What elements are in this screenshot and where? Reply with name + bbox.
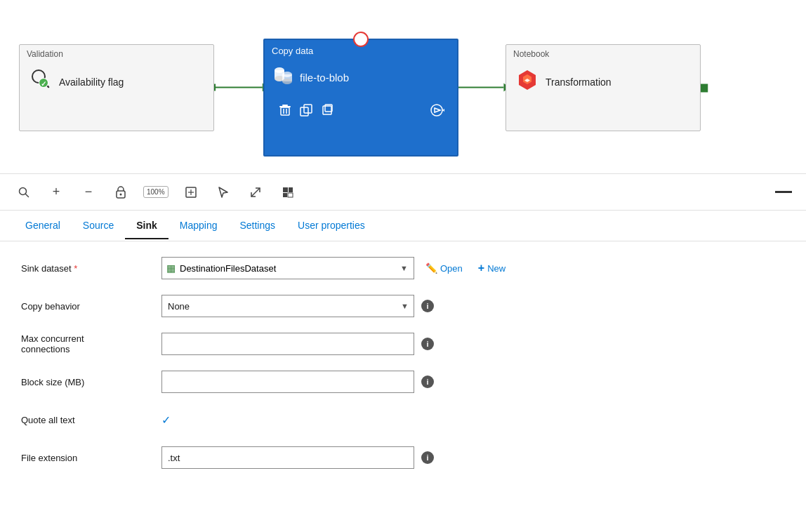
dataset-icon: ▦ bbox=[162, 262, 180, 274]
quote-all-text-row: Quote all text ✓ bbox=[21, 407, 785, 432]
file-extension-input[interactable] bbox=[161, 446, 414, 469]
validation-node-label: Availability flag bbox=[59, 77, 124, 88]
sink-dataset-row: Sink dataset ▦ DestinationFilesDataset ▼… bbox=[21, 255, 785, 281]
svg-rect-44 bbox=[283, 187, 288, 192]
tab-general[interactable]: General bbox=[14, 213, 72, 239]
open-dataset-link[interactable]: ✏️ Open bbox=[421, 260, 467, 277]
notebook-node[interactable]: Notebook Transformation bbox=[506, 44, 701, 131]
tab-user-properties[interactable]: User properties bbox=[286, 213, 376, 239]
svg-point-16 bbox=[282, 79, 292, 84]
quote-all-text-check[interactable]: ✓ bbox=[161, 413, 171, 427]
block-size-label: Block size (MB) bbox=[21, 377, 161, 387]
error-indicator bbox=[353, 32, 369, 47]
quote-all-text-controls: ✓ bbox=[161, 413, 785, 427]
tab-bar: General Source Sink Mapping Settings Use… bbox=[0, 211, 806, 241]
plus-icon: + bbox=[478, 262, 484, 274]
max-concurrent-info: i bbox=[421, 338, 434, 350]
copy-data-icon bbox=[273, 65, 294, 90]
block-size-input[interactable] bbox=[161, 371, 414, 393]
tab-mapping[interactable]: Mapping bbox=[169, 213, 229, 239]
notebook-node-label: Transformation bbox=[546, 77, 612, 88]
max-concurrent-label: Max concurrentconnections bbox=[21, 333, 161, 354]
copy-data-node[interactable]: Copy data file-to-blob bbox=[263, 39, 458, 157]
copy-behavior-info: i bbox=[421, 300, 434, 312]
clone-button[interactable] bbox=[296, 100, 317, 121]
max-concurrent-controls: i bbox=[161, 333, 785, 355]
copy-behavior-controls: None MergeFiles PreserveHierarchy Flatte… bbox=[161, 295, 785, 317]
copy-button[interactable] bbox=[317, 100, 338, 121]
run-button[interactable] bbox=[426, 100, 447, 121]
copy-behavior-label: Copy behavior bbox=[21, 301, 161, 312]
validation-node[interactable]: Validation ✓ Availability flag bbox=[19, 44, 214, 131]
svg-line-27 bbox=[435, 108, 440, 110]
validation-node-title: Validation bbox=[20, 45, 213, 62]
block-size-controls: i bbox=[161, 371, 785, 393]
sink-dataset-value: DestinationFilesDataset bbox=[180, 263, 395, 274]
file-extension-label: File extension bbox=[21, 453, 161, 463]
notebook-icon bbox=[515, 67, 540, 97]
svg-rect-47 bbox=[288, 193, 293, 197]
svg-rect-45 bbox=[289, 187, 293, 192]
add-toolbar-btn[interactable]: + bbox=[46, 182, 66, 202]
quote-all-text-label: Quote all text bbox=[21, 415, 161, 425]
svg-rect-18 bbox=[282, 105, 288, 106]
tab-source[interactable]: Source bbox=[72, 213, 125, 239]
tab-settings[interactable]: Settings bbox=[228, 213, 286, 239]
block-size-row: Block size (MB) i bbox=[21, 369, 785, 394]
svg-marker-42 bbox=[219, 187, 227, 197]
copy-behavior-select-wrapper: None MergeFiles PreserveHierarchy Flatte… bbox=[161, 295, 414, 317]
max-concurrent-row: Max concurrentconnections i bbox=[21, 331, 785, 357]
file-extension-info: i bbox=[421, 451, 434, 464]
divider-line bbox=[775, 191, 792, 193]
sink-dataset-controls: ▦ DestinationFilesDataset ▼ ✏️ Open + Ne… bbox=[161, 257, 785, 279]
edit-icon: ✏️ bbox=[425, 262, 437, 274]
svg-text:✓: ✓ bbox=[41, 80, 46, 88]
copy-node-label: file-to-blob bbox=[300, 72, 349, 84]
search-toolbar-btn[interactable] bbox=[14, 182, 34, 202]
svg-line-36 bbox=[26, 194, 29, 197]
copy-node-actions bbox=[265, 95, 457, 126]
notebook-node-title: Notebook bbox=[506, 45, 700, 62]
svg-marker-31 bbox=[444, 109, 444, 112]
validation-icon: ✓ bbox=[28, 67, 53, 97]
open-label: Open bbox=[440, 263, 463, 274]
svg-point-38 bbox=[120, 193, 122, 195]
pipeline-canvas: Validation ✓ Availability flag Copy data bbox=[0, 0, 806, 174]
copy-behavior-select[interactable]: None MergeFiles PreserveHierarchy Flatte… bbox=[161, 295, 414, 317]
svg-rect-24 bbox=[323, 106, 331, 114]
svg-line-28 bbox=[435, 110, 440, 112]
resize-toolbar-btn[interactable] bbox=[246, 182, 265, 202]
file-extension-row: File extension i bbox=[21, 445, 785, 470]
canvas-toolbar: + − 100% bbox=[0, 174, 806, 211]
new-dataset-link[interactable]: + New bbox=[474, 259, 510, 277]
select-toolbar-btn[interactable] bbox=[213, 182, 233, 202]
fit-page-toolbar-btn[interactable] bbox=[181, 182, 201, 202]
sink-dataset-select[interactable]: ▦ DestinationFilesDataset ▼ bbox=[161, 257, 414, 279]
max-concurrent-input[interactable] bbox=[161, 333, 414, 355]
lock-toolbar-btn[interactable] bbox=[111, 182, 131, 202]
new-label: New bbox=[487, 263, 506, 274]
copy-behavior-row: Copy behavior None MergeFiles PreserveHi… bbox=[21, 293, 785, 319]
svg-rect-46 bbox=[283, 193, 287, 197]
svg-rect-19 bbox=[281, 107, 289, 115]
remove-toolbar-btn[interactable]: − bbox=[79, 182, 98, 202]
layers-toolbar-btn[interactable] bbox=[278, 182, 298, 202]
tab-sink[interactable]: Sink bbox=[125, 213, 169, 239]
file-extension-controls: i bbox=[161, 446, 785, 469]
svg-rect-5 bbox=[699, 84, 708, 93]
sink-form: Sink dataset ▦ DestinationFilesDataset ▼… bbox=[0, 241, 806, 532]
sink-dataset-label: Sink dataset bbox=[21, 263, 161, 274]
dataset-dropdown-arrow: ▼ bbox=[395, 264, 414, 272]
block-size-info: i bbox=[421, 375, 434, 388]
svg-line-43 bbox=[251, 188, 260, 197]
zoom100-toolbar-btn[interactable]: 100% bbox=[143, 186, 169, 198]
delete-button[interactable] bbox=[275, 100, 296, 121]
